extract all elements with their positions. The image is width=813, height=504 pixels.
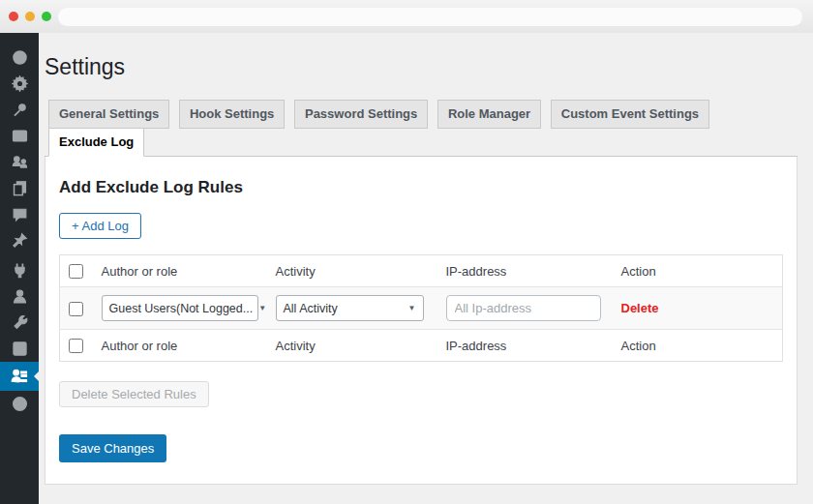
browser-chrome: [0, 0, 813, 33]
wrench-icon: [12, 314, 28, 331]
comment-icon: [12, 206, 28, 222]
sidebar-item-media[interactable]: [0, 123, 39, 149]
save-changes-button[interactable]: Save Changes: [59, 434, 166, 462]
column-header-ip: IP-address: [446, 255, 621, 287]
sidebar-item-tools[interactable]: [0, 310, 39, 336]
tab-role-manager[interactable]: Role Manager: [437, 100, 541, 129]
user-icon: [12, 288, 28, 305]
table-footer-row: Author or role Activity IP-address Actio…: [60, 330, 783, 362]
tab-password-settings[interactable]: Password Settings: [294, 100, 428, 129]
select-all-checkbox[interactable]: [69, 264, 83, 279]
footer-header-action: Action: [621, 330, 783, 362]
window-controls: [9, 12, 51, 21]
address-bar[interactable]: [58, 8, 802, 26]
delete-rule-link[interactable]: Delete: [621, 301, 659, 315]
minimize-window-icon[interactable]: [25, 12, 35, 21]
exclude-log-panel: Add Exclude Log Rules + Add Log Author o…: [45, 157, 798, 485]
close-window-icon[interactable]: [9, 12, 18, 21]
sidebar-item-settings-panel[interactable]: [0, 336, 39, 362]
ip-address-input[interactable]: [446, 295, 601, 321]
main-content: Settings General Settings Hook Settings …: [39, 33, 813, 504]
gear-icon: [12, 75, 28, 92]
sidebar-item-settings-gear[interactable]: [0, 71, 39, 97]
tab-exclude-log[interactable]: Exclude Log: [48, 128, 144, 157]
footer-header-activity: Activity: [276, 330, 446, 362]
chevron-down-icon: ▼: [408, 304, 416, 312]
page-title: Settings: [45, 54, 798, 80]
select-all-checkbox-bottom[interactable]: [69, 339, 83, 353]
tab-custom-event-settings[interactable]: Custom Event Settings: [551, 100, 709, 129]
pin-icon: [12, 102, 28, 118]
media-icon: [12, 128, 28, 144]
pages-icon: [12, 180, 28, 196]
sidebar-item-collapse[interactable]: [0, 391, 39, 417]
settings-tab-bar: General Settings Hook Settings Password …: [45, 100, 798, 157]
profiles-icon: [12, 154, 28, 170]
maximize-window-icon[interactable]: [42, 12, 51, 21]
activity-select-value: All Activity: [284, 302, 338, 315]
chevron-down-icon: ▼: [258, 304, 266, 312]
tab-hook-settings[interactable]: Hook Settings: [179, 100, 285, 129]
column-header-activity: Activity: [276, 255, 446, 287]
sidebar-item-pinned[interactable]: [0, 227, 39, 253]
sidebar-item-users[interactable]: [0, 283, 39, 310]
play-circle-icon: [12, 396, 28, 412]
tab-general-settings[interactable]: General Settings: [48, 100, 169, 129]
activity-select[interactable]: All Activity ▼: [276, 295, 424, 321]
dashboard-icon: [12, 49, 28, 66]
author-role-select-value: Guest Users(Not Logged...: [109, 302, 254, 315]
footer-header-ip: IP-address: [446, 330, 621, 362]
delete-selected-rules-button[interactable]: Delete Selected Rules: [59, 381, 209, 407]
activity-log-icon: [11, 368, 28, 385]
footer-header-author: Author or role: [102, 330, 276, 362]
sidebar-item-pages[interactable]: [0, 175, 39, 201]
author-role-select[interactable]: Guest Users(Not Logged... ▼: [102, 295, 258, 321]
sidebar-item-dashboard[interactable]: [0, 44, 39, 71]
pin-slanted-icon: [12, 232, 28, 249]
sidebar-item-activity-log[interactable]: [0, 362, 39, 391]
column-header-author: Author or role: [102, 255, 276, 287]
sidebar-item-comments[interactable]: [0, 201, 39, 227]
panel-heading: Add Exclude Log Rules: [59, 178, 783, 197]
add-log-button[interactable]: + Add Log: [59, 213, 141, 239]
sidebar-item-profiles[interactable]: [0, 149, 39, 175]
admin-sidebar: [0, 33, 39, 504]
sidebar-item-posts[interactable]: [0, 97, 39, 123]
table-header-row: Author or role Activity IP-address Actio…: [60, 255, 783, 287]
exclude-rule-row: Guest Users(Not Logged... ▼ All Activity…: [60, 287, 783, 330]
sidebar-item-plugins[interactable]: [0, 257, 39, 283]
settings-panel-icon: [12, 341, 28, 357]
plugin-icon: [12, 262, 28, 279]
row-checkbox[interactable]: [69, 302, 83, 316]
exclude-rules-table: Author or role Activity IP-address Actio…: [59, 254, 783, 362]
column-header-action: Action: [621, 255, 783, 287]
